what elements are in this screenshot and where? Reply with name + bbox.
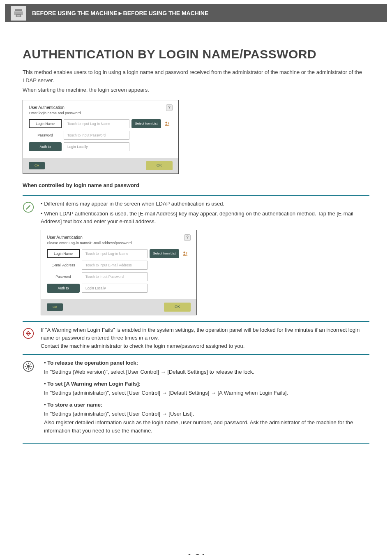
panel2-subtitle: Please enter Log-in name/E-mail address/… bbox=[47, 240, 133, 246]
login-name-label-2: Login Name bbox=[47, 249, 80, 258]
password-input-2[interactable]: Touch to Input Password bbox=[82, 272, 148, 281]
panel1-subtitle: Enter login name and password. bbox=[29, 111, 82, 116]
auth-to-value-2: Login Locally bbox=[82, 284, 148, 293]
warning-callout: If "A Warning when Login Fails" is enabl… bbox=[23, 322, 369, 355]
login-name-input[interactable]: Touch to input Log-in Name bbox=[64, 119, 129, 128]
ca-button-2[interactable]: CA bbox=[47, 303, 63, 311]
password-label: Password bbox=[29, 131, 62, 140]
settings-item-body-2: In "Settings (administrator)", select [U… bbox=[44, 410, 369, 418]
prohibit-icon bbox=[23, 328, 34, 339]
ok-button-2[interactable]: OK bbox=[164, 303, 191, 312]
email-input[interactable]: Touch to input E-mail Address bbox=[82, 261, 148, 270]
page-number: 1-34 bbox=[23, 550, 369, 555]
panel2-title: User Authentication bbox=[47, 234, 133, 240]
svg-point-9 bbox=[186, 252, 187, 254]
email-label: E-mail Address bbox=[47, 261, 80, 270]
svg-rect-4 bbox=[17, 16, 21, 16]
login-name-label: Login Name bbox=[29, 119, 62, 128]
auth-to-button-2[interactable]: Auth to bbox=[47, 284, 80, 293]
login-panel-1: User Authentication Enter login name and… bbox=[23, 100, 179, 174]
svg-point-12 bbox=[27, 365, 30, 368]
panel1-title: User Authentication bbox=[29, 104, 82, 111]
sub-caption: When controlled by login name and passwo… bbox=[23, 181, 369, 190]
svg-rect-13 bbox=[28, 363, 29, 364]
breadcrumb-sep: ► bbox=[118, 9, 123, 18]
password-label-2: Password bbox=[47, 272, 80, 281]
breadcrumb-prefix: BEFORE USING THE MACHINE bbox=[32, 9, 118, 18]
ca-button[interactable]: CA bbox=[29, 162, 45, 169]
help-button[interactable]: ? bbox=[184, 234, 191, 241]
svg-rect-18 bbox=[30, 368, 31, 369]
breadcrumb-suffix: BEFORE USING THE MACHINE bbox=[123, 9, 209, 18]
intro-paragraph-1: This method enables users to log in usin… bbox=[23, 68, 369, 84]
settings-item-body2-2: Also register detailed information such … bbox=[44, 419, 369, 435]
svg-point-5 bbox=[165, 122, 167, 124]
note-bullet-2: When LDAP authentication is used, the [E… bbox=[41, 210, 353, 225]
pencil-note-icon bbox=[23, 201, 34, 213]
ok-button[interactable]: OK bbox=[146, 161, 173, 170]
settings-item-body-0: In "Settings (Web version)", select [Use… bbox=[44, 368, 369, 376]
settings-item-head-1: To set [A Warning when Login Fails]: bbox=[47, 381, 141, 387]
printer-icon bbox=[13, 8, 24, 18]
svg-rect-0 bbox=[15, 9, 22, 11]
password-input[interactable]: Touch to Input Password bbox=[64, 131, 129, 140]
svg-rect-16 bbox=[30, 366, 32, 367]
user-icon[interactable] bbox=[163, 121, 171, 127]
settings-item-head-2: To store a user name: bbox=[47, 402, 102, 408]
svg-point-8 bbox=[183, 252, 185, 254]
machine-icon bbox=[9, 4, 28, 22]
select-from-list-button[interactable]: Select from List bbox=[131, 119, 161, 128]
svg-point-6 bbox=[168, 123, 169, 124]
note-callout: Different items may appear in the screen… bbox=[23, 195, 369, 322]
page-title: AUTHENTICATION BY LOGIN NAME/PASSWORD bbox=[23, 45, 369, 63]
auth-to-value: Login Locally bbox=[64, 142, 129, 151]
svg-rect-14 bbox=[28, 368, 29, 370]
user-icon[interactable] bbox=[181, 251, 189, 257]
header-bar: BEFORE USING THE MACHINE ► BEFORE USING … bbox=[5, 4, 387, 22]
login-panel-2: User Authentication Please enter Log-in … bbox=[41, 230, 197, 315]
svg-rect-20 bbox=[26, 368, 27, 369]
warn-paragraph-2: Contact the machine administrator to che… bbox=[41, 342, 369, 350]
help-button[interactable]: ? bbox=[166, 104, 173, 111]
svg-rect-3 bbox=[17, 15, 21, 15]
svg-rect-15 bbox=[25, 366, 26, 367]
auth-to-button[interactable]: Auth to bbox=[29, 142, 62, 151]
svg-rect-2 bbox=[16, 14, 21, 17]
warn-paragraph-1: If "A Warning when Login Fails" is enabl… bbox=[41, 326, 369, 342]
select-from-list-button-2[interactable]: Select from List bbox=[150, 249, 179, 258]
settings-item-body-1: In "Settings (administrator)", select [U… bbox=[44, 389, 369, 397]
svg-rect-17 bbox=[26, 363, 27, 365]
note-bullet-1: Different items may appear in the screen… bbox=[41, 201, 224, 207]
intro-paragraph-2: When starting the machine, the login scr… bbox=[23, 86, 369, 94]
settings-item-head-0: To release the operation panel lock: bbox=[47, 360, 138, 366]
settings-callout: • To release the operation panel lock: I… bbox=[23, 355, 369, 444]
gear-icon bbox=[23, 361, 34, 372]
svg-rect-19 bbox=[30, 363, 31, 365]
login-name-input-2[interactable]: Touch to input Log-in Name bbox=[82, 249, 148, 258]
